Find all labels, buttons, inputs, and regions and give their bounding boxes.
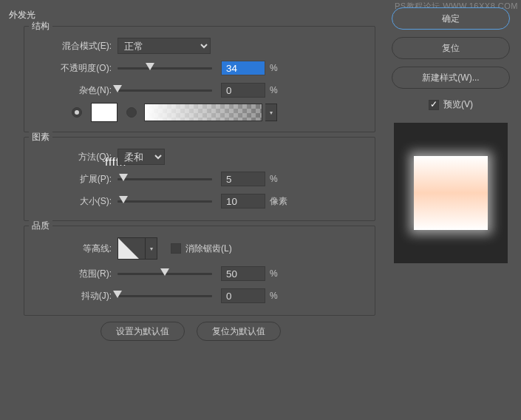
percent-unit: % xyxy=(270,85,278,95)
preview-label: 预览(V) xyxy=(443,98,473,111)
set-default-button[interactable]: 设置为默认值 xyxy=(101,322,185,341)
contour-picker[interactable] xyxy=(118,237,146,260)
gradient-radio[interactable] xyxy=(126,107,137,118)
new-style-button[interactable]: 新建样式(W)... xyxy=(392,67,510,89)
noise-input[interactable] xyxy=(221,83,265,98)
antialias-label: 消除锯齿(L) xyxy=(185,243,232,255)
jitter-slider[interactable] xyxy=(118,290,221,302)
opacity-slider[interactable] xyxy=(118,62,221,74)
range-slider[interactable] xyxy=(118,268,221,280)
blend-mode-label: 混合模式(E): xyxy=(35,40,112,52)
structure-title: 结构 xyxy=(29,20,52,33)
triangle-thumb-icon[interactable] xyxy=(113,291,122,298)
contour-label: 等高线: xyxy=(35,243,112,255)
percent-unit: % xyxy=(270,174,278,184)
preview-checkbox[interactable] xyxy=(429,100,439,110)
noise-label: 杂色(N): xyxy=(35,84,112,97)
percent-unit: % xyxy=(270,268,278,279)
reset-button[interactable]: 复位 xyxy=(392,37,510,59)
percent-unit: % xyxy=(270,291,278,301)
opacity-input[interactable] xyxy=(221,61,265,75)
size-unit: 像素 xyxy=(270,195,287,208)
triangle-thumb-icon[interactable] xyxy=(160,268,169,276)
outer-glow-panel: 外发光 结构 混合模式(E): 正常 不透明度(O): % 杂色(N): xyxy=(6,7,375,414)
triangle-thumb-icon[interactable] xyxy=(119,196,128,203)
ok-button[interactable]: 确定 xyxy=(392,7,510,30)
blend-mode-select[interactable]: 正常 xyxy=(118,38,211,54)
elements-title: 图素 xyxy=(29,131,52,143)
preview-box xyxy=(394,123,508,263)
chevron-down-icon[interactable]: ▾ xyxy=(146,237,157,260)
jitter-input[interactable] xyxy=(221,288,265,303)
quality-title: 品质 xyxy=(29,220,52,232)
range-input[interactable] xyxy=(221,266,265,281)
color-swatch[interactable] xyxy=(91,103,118,122)
triangle-thumb-icon[interactable] xyxy=(146,63,154,70)
size-input[interactable] xyxy=(221,194,265,209)
spread-label: 扩展(P): xyxy=(35,173,112,186)
gradient-swatch[interactable] xyxy=(144,104,262,121)
triangle-thumb-icon[interactable] xyxy=(113,85,122,92)
structure-group: 结构 混合模式(E): 正常 不透明度(O): % 杂色(N): % xyxy=(24,26,375,132)
spread-slider[interactable] xyxy=(118,173,221,185)
size-label: 大小(S): xyxy=(35,195,112,208)
opacity-label: 不透明度(O): xyxy=(35,62,112,75)
chevron-down-icon[interactable]: ▾ xyxy=(265,104,277,121)
antialias-checkbox[interactable] xyxy=(171,243,181,254)
side-panel: 确定 复位 新建样式(W)... 预览(V) xyxy=(391,7,511,263)
color-radio[interactable] xyxy=(72,107,82,118)
quality-group: 品质 等高线: ▾ 消除锯齿(L) 范围(R): % 抖动(J): xyxy=(24,226,375,316)
spread-input[interactable] xyxy=(221,172,265,186)
triangle-thumb-icon[interactable] xyxy=(119,174,128,181)
noise-slider[interactable] xyxy=(118,84,221,96)
preview-image xyxy=(414,156,488,230)
size-slider[interactable] xyxy=(118,195,221,207)
reset-default-button[interactable]: 复位为默认值 xyxy=(197,322,281,341)
method-label: 方法(Q): xyxy=(35,151,112,163)
panel-title: 外发光 xyxy=(9,9,375,21)
percent-unit: % xyxy=(270,63,278,73)
elements-group: 图素 方法(Q): 柔和 扩展(P): % 大小(S): 像素 xyxy=(24,137,375,221)
method-select[interactable]: 柔和 xyxy=(118,149,165,165)
range-label: 范围(R): xyxy=(35,268,112,280)
jitter-label: 抖动(J): xyxy=(35,290,112,302)
